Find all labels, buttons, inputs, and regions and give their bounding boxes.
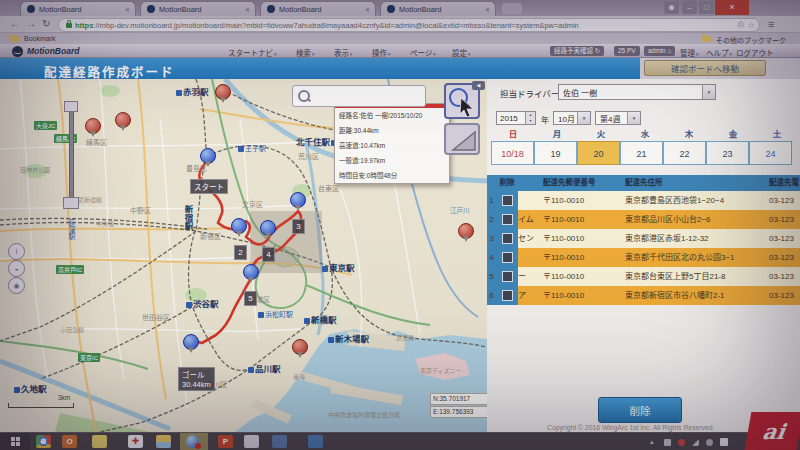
map-search-input[interactable] [314, 91, 425, 102]
tray-eject-icon[interactable] [706, 439, 713, 446]
powerpoint-icon[interactable]: P [218, 435, 233, 448]
menu-view[interactable]: 表示▾ [334, 47, 353, 58]
notes-icon[interactable] [92, 435, 107, 448]
pharmacy-app-icon[interactable]: ✚ [128, 435, 143, 448]
blue-pin-icon[interactable] [183, 334, 199, 350]
move-to-confirm-board-button[interactable]: 確認ボードへ移動 [644, 60, 766, 76]
blue-pin-icon[interactable] [260, 220, 276, 236]
menu-operation[interactable]: 操作▾ [372, 47, 391, 58]
route-stop-badge[interactable]: 3 [292, 219, 305, 234]
logout-link[interactable]: ログアウト [736, 47, 774, 58]
url-field[interactable]: https ://mbp-dev.motionboard.jp/motionbo… [58, 18, 760, 32]
help-menu[interactable]: ヘルプ▾ [706, 47, 732, 58]
forward-icon[interactable]: → [26, 18, 36, 29]
chevron-down-icon[interactable]: ▾ [702, 85, 715, 99]
photos-icon[interactable] [272, 435, 287, 448]
start-button[interactable] [0, 433, 30, 450]
board-link-button[interactable]: 経路予実確認 ↻ [550, 46, 604, 56]
tray-up-icon[interactable]: ▴ [650, 438, 654, 446]
calendar-date-cell-selected[interactable]: 20 [577, 141, 620, 165]
active-app-highlight[interactable] [180, 433, 208, 450]
back-icon[interactable]: ← [10, 18, 20, 29]
admin-menu[interactable]: 管理▾ [680, 47, 699, 58]
row-checkbox[interactable] [502, 252, 513, 263]
row-checkbox[interactable] [502, 290, 513, 301]
browser-tab[interactable]: MotionBoard × [260, 1, 376, 16]
tab-close-icon[interactable]: × [125, 5, 130, 14]
blue-pin-icon[interactable] [290, 192, 306, 208]
tray-health-icon[interactable] [678, 439, 685, 446]
browser-tab[interactable]: MotionBoard × [20, 1, 136, 16]
calendar-date-cell[interactable]: 24 [749, 141, 792, 165]
browser-menu-icon[interactable]: ≡ [768, 18, 774, 30]
year-input[interactable] [497, 113, 525, 124]
menu-startnavi[interactable]: スタートナビ▾ [228, 47, 277, 58]
reload-icon[interactable]: ↻ [42, 18, 50, 29]
zoom-slider-handle[interactable] [63, 197, 79, 209]
calendar-date-cell[interactable]: 19 [534, 141, 577, 165]
table-row[interactable]: 6 ア 〒110-0010 東京都新宿区市谷八幡町2-1 03-123 [487, 286, 800, 305]
table-row[interactable]: 2 イム 〒110-0010 東京都品川区小山台2−6 03-123 [487, 210, 800, 229]
zoom-in-button[interactable] [64, 101, 78, 112]
table-row[interactable]: 4 〒110-0010 東京都千代田区北の丸公園3−1 03-123 [487, 248, 800, 267]
minimize-button[interactable]: – [682, 1, 697, 14]
map-measure-tool-button[interactable] [444, 123, 480, 155]
blue-pin-icon[interactable] [200, 148, 216, 164]
red-pin-icon[interactable] [115, 112, 131, 128]
menu-settings[interactable]: 設定▾ [452, 47, 471, 58]
browser-tab[interactable]: MotionBoard × [380, 1, 496, 16]
explorer-icon[interactable] [156, 435, 171, 448]
spinner-buttons[interactable]: ▴ ▾ [525, 112, 535, 124]
blue-pin-icon[interactable] [243, 264, 259, 280]
month-select[interactable]: 10月 ▾ [553, 111, 591, 125]
new-tab-button[interactable] [502, 3, 522, 14]
maximize-button[interactable]: □ [699, 1, 714, 14]
week-select[interactable]: 第4週 ▾ [595, 111, 641, 125]
year-stepper[interactable]: ▴ ▾ [496, 111, 536, 125]
browser-tab[interactable]: MotionBoard × [140, 1, 256, 16]
red-pin-icon[interactable] [215, 84, 231, 100]
zoom-slider-track[interactable] [69, 107, 74, 205]
map-info-button[interactable]: i [8, 243, 25, 260]
tab-close-icon[interactable]: × [245, 5, 250, 14]
red-pin-icon[interactable] [458, 223, 474, 239]
tab-close-icon[interactable]: × [485, 5, 490, 14]
people-icon[interactable] [308, 435, 323, 448]
map[interactable]: 赤羽駅 王子駅 北千住駅 新宿駅 荻窪駅 東京駅 新橋駅 渋谷駅 浜松町駅 品川… [0, 79, 487, 432]
delete-button[interactable]: 削除 [598, 397, 682, 423]
map-locate-button[interactable]: ◉ [8, 277, 25, 294]
calendar-date-cell[interactable]: 10/18 [491, 141, 534, 165]
map-layers-button[interactable]: ◒ [8, 260, 25, 277]
bookmark-star-icon[interactable]: ☆ [748, 21, 755, 30]
calendar-date-cell[interactable]: 22 [663, 141, 706, 165]
red-pin-icon[interactable] [85, 118, 101, 134]
row-checkbox[interactable] [502, 214, 513, 225]
calendar-date-cell[interactable]: 21 [620, 141, 663, 165]
map-search-box[interactable] [292, 85, 426, 107]
chevron-down-icon[interactable]: ▾ [627, 112, 640, 124]
menu-search[interactable]: 検索▾ [296, 47, 315, 58]
red-pin-icon[interactable] [292, 339, 308, 355]
tray-volume-icon[interactable] [664, 439, 671, 446]
calendar-date-cell[interactable]: 23 [706, 141, 749, 165]
menu-page[interactable]: ページ▾ [410, 47, 436, 58]
blue-pin-icon[interactable] [231, 218, 247, 234]
route-stop-badge[interactable]: 2 [234, 245, 247, 260]
route-stop-badge[interactable]: 5 [244, 291, 257, 306]
route-stop-badge[interactable]: 4 [262, 247, 275, 262]
table-row[interactable]: 3 セン 〒110-0010 東京都港区赤坂1-12-32 03-123 [487, 229, 800, 248]
chevron-down-icon[interactable]: ▾ [577, 112, 590, 124]
user-button[interactable]: admin ⌂ [644, 46, 675, 56]
driver-select[interactable]: 佐伯 一樹 ▾ [558, 84, 716, 100]
profile-button[interactable]: ☻ [664, 1, 679, 14]
row-checkbox[interactable] [502, 271, 513, 282]
paint-icon[interactable] [244, 435, 259, 448]
tray-ime-icon[interactable] [720, 438, 728, 446]
close-window-button[interactable]: × [715, 0, 749, 15]
table-row[interactable]: 1 〒110-0010 東京都豊島区西池袋1−20−4 03-123 [487, 191, 800, 210]
send-to-device-icon[interactable]: ⎙ [737, 20, 743, 30]
bookmark-folder[interactable]: Bookmark [24, 35, 56, 42]
outlook-icon[interactable]: O [62, 435, 77, 448]
row-checkbox[interactable] [502, 233, 513, 244]
tray-network-icon[interactable] [692, 439, 699, 446]
